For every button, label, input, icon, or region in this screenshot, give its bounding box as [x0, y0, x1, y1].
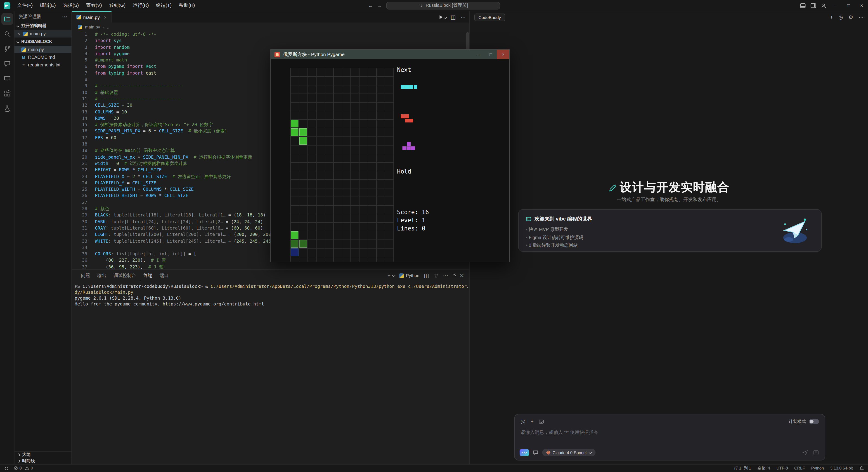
activity-source-control-icon[interactable] [1, 43, 13, 55]
close-icon[interactable]: × [17, 31, 21, 36]
codebuddy-tab-button[interactable]: CodeBuddy [474, 13, 505, 21]
panel-more-icon[interactable]: ⋯ [443, 273, 448, 278]
nav-back-icon[interactable]: ← [368, 3, 373, 8]
activity-codebuddy-chat-icon[interactable] [1, 58, 13, 70]
file-item[interactable]: main.py [14, 46, 71, 53]
remote-indicator-icon[interactable] [4, 466, 9, 471]
panel-tab[interactable]: 终端 [140, 270, 156, 281]
open-editor-item[interactable]: ×main.py [14, 30, 71, 37]
send-plane-icon[interactable] [802, 450, 808, 456]
activity-explorer-icon[interactable] [1, 13, 13, 25]
command-center[interactable]: RussiaBlock [管理员] [386, 2, 500, 9]
outline-section[interactable]: 大纲 [14, 451, 71, 458]
terminal-output[interactable]: PS C:\Users\Administrator\codebuddy\Russ… [74, 283, 468, 464]
settings-gear-icon[interactable]: ⚙ [848, 14, 853, 20]
pygame-title-bar[interactable]: 俄罗斯方块 - Python Pygame – □ × [271, 50, 509, 59]
error-count: 0 [20, 466, 22, 471]
menu-item[interactable]: 编辑(E) [36, 0, 59, 11]
line-number: 12 [72, 102, 87, 109]
panel-tab[interactable]: 端口 [156, 270, 172, 281]
line-number: 9 [72, 83, 87, 90]
window-maximize-button[interactable]: □ [842, 0, 855, 11]
terminal-shell-label[interactable]: Python [399, 273, 419, 278]
code-line: 1# -*- coding: utf-8 -*- [72, 31, 465, 38]
menu-item[interactable]: 文件(F) [13, 0, 36, 11]
kill-terminal-icon[interactable] [433, 273, 438, 278]
panel-tab[interactable]: 调试控制台 [110, 270, 140, 281]
folder-section[interactable]: RUSSIABLOCK [14, 37, 71, 46]
explorer-more-icon[interactable]: ⋯ [62, 13, 67, 20]
run-button[interactable] [439, 15, 446, 19]
menu-item[interactable]: 转到(G) [105, 0, 129, 11]
file-item[interactable]: ≡requirements.txt [14, 61, 71, 69]
status-item[interactable]: 行 1, 列 1 [734, 466, 751, 471]
welcome-illustration [779, 214, 810, 246]
status-item[interactable]: UTF-8 [776, 466, 788, 471]
line-number: 26 [72, 193, 87, 199]
menu-item[interactable]: 查看(V) [83, 0, 105, 11]
status-item[interactable]: Python [811, 466, 824, 471]
pygame-maximize-button[interactable]: □ [485, 50, 497, 59]
pygame-close-button[interactable]: × [497, 50, 509, 59]
image-icon[interactable] [538, 419, 544, 424]
menu-item[interactable]: 终端(T) [152, 0, 175, 11]
pygame-minimize-button[interactable]: – [472, 50, 485, 59]
customize-layout-icon[interactable] [808, 0, 818, 11]
pygame-window-controls: – □ × [472, 50, 509, 59]
activity-testing-icon[interactable] [1, 103, 13, 114]
status-item[interactable]: CRLF [794, 466, 805, 471]
account-icon[interactable] [818, 0, 829, 11]
attach-icon[interactable]: + [530, 418, 534, 425]
plan-mode-toggle[interactable] [809, 419, 819, 424]
window-minimize-button[interactable]: – [829, 0, 842, 11]
activity-remote-explorer-icon[interactable] [1, 73, 13, 85]
history-icon[interactable]: ◷ [838, 14, 843, 20]
line-number: 3 [72, 44, 87, 50]
craft-mode-button[interactable] [520, 449, 529, 456]
status-right: 行 1, 列 1空格: 4UTF-8CRLFPython3.13.0 64-bi… [734, 466, 864, 471]
activity-extensions-icon[interactable] [1, 88, 13, 99]
panel-tab[interactable]: 问题 [77, 270, 94, 281]
chat-toolbar: @ + 计划模式 [521, 418, 819, 425]
menu-item[interactable]: 选择(S) [59, 0, 83, 11]
notifications-bell-icon[interactable] [859, 466, 864, 471]
next-piece-block [411, 146, 415, 150]
menu-item[interactable]: 运行(R) [129, 0, 152, 11]
panel-tab[interactable]: 输出 [94, 270, 110, 281]
model-selector[interactable]: Claude-4.0-Sonnet [542, 449, 595, 457]
breadcrumb[interactable]: main.py › ... [72, 23, 469, 31]
editor-more-icon[interactable]: ⋯ [460, 14, 466, 20]
new-terminal-button[interactable]: + [387, 272, 395, 279]
more-icon[interactable]: ⋯ [859, 14, 864, 20]
chevron-down-icon [589, 451, 592, 454]
split-terminal-icon[interactable]: ◫ [424, 273, 429, 278]
status-item[interactable]: 3.13.0 64-bit [830, 466, 853, 471]
close-panel-icon[interactable]: × [460, 271, 464, 279]
file-name: README.md [28, 55, 55, 60]
tab-close-icon[interactable]: × [104, 15, 107, 20]
new-chat-icon[interactable]: + [830, 14, 833, 20]
chat-bubble-icon[interactable] [533, 450, 538, 456]
problems-indicator[interactable]: 0 0 [13, 466, 33, 471]
mention-icon[interactable]: @ [521, 419, 525, 424]
activity-search-icon[interactable] [1, 28, 13, 40]
menu-item[interactable]: 帮助(H) [175, 0, 198, 11]
window-close-button[interactable]: × [855, 0, 868, 11]
send-up-icon[interactable] [813, 450, 819, 456]
maximize-panel-icon[interactable] [453, 274, 456, 277]
file-item[interactable]: MREADME.md [14, 53, 71, 61]
plan-mode: 计划模式 [788, 419, 819, 425]
open-editors-section[interactable]: 打开的编辑器 [14, 22, 71, 30]
editor-tabstrip: main.py × [72, 11, 469, 23]
tab-main-py[interactable]: main.py × [72, 11, 112, 23]
split-editor-icon[interactable]: ◫ [451, 14, 456, 20]
python-file-icon [76, 15, 81, 20]
file-name: requirements.txt [28, 62, 60, 67]
chat-input-box[interactable]: @ + 计划模式 请输入消息，或输入 "/" 使用快捷指令 Claude-4.0… [514, 414, 825, 461]
chat-placeholder[interactable]: 请输入消息，或输入 "/" 使用快捷指令 [521, 429, 819, 436]
toggle-panel-icon[interactable] [798, 0, 808, 11]
line-number: 11 [72, 96, 87, 102]
timeline-section[interactable]: 时间线 [14, 458, 71, 464]
nav-forward-icon[interactable]: → [377, 3, 382, 8]
status-item[interactable]: 空格: 4 [757, 466, 770, 471]
